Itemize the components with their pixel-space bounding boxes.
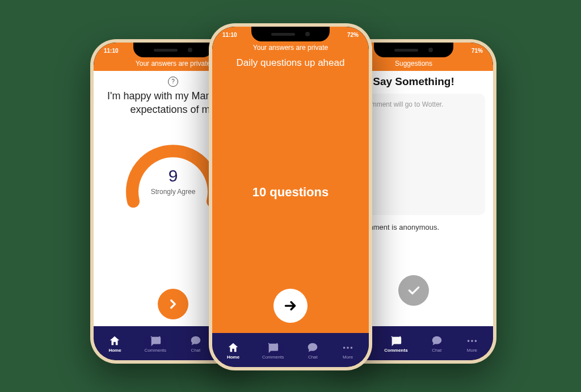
nav-chat[interactable]: Chat (431, 335, 443, 353)
home-icon (108, 335, 121, 347)
phone-center: 11:10 72% Your answers are private Daily… (209, 23, 372, 370)
arrow-right-icon (283, 298, 298, 313)
next-button[interactable] (158, 289, 188, 319)
nav-label: Comments (144, 348, 166, 353)
check-icon (406, 283, 421, 298)
nav-label: Chat (432, 348, 441, 353)
home-icon (227, 342, 239, 354)
submit-button[interactable] (398, 275, 429, 306)
nav-label: More (343, 355, 353, 360)
nav-chat[interactable]: Chat (190, 335, 202, 353)
question-count: 10 questions (212, 185, 369, 200)
more-icon (342, 342, 354, 354)
header-banner: Your answers are private (212, 43, 369, 55)
status-battery: 71% (471, 48, 483, 54)
bottom-nav: HomeCommentsChatMore (212, 333, 369, 367)
nav-home[interactable]: Home (108, 335, 121, 353)
nav-label: More (467, 348, 477, 353)
nav-label: Home (227, 355, 239, 360)
chat-icon (431, 335, 443, 347)
notch (133, 43, 213, 57)
nav-comments[interactable]: Comments (262, 342, 284, 360)
nav-more[interactable]: More (466, 335, 478, 353)
help-icon[interactable]: ? (168, 77, 178, 87)
notch (374, 43, 453, 57)
nav-comments[interactable]: Comments (384, 335, 407, 353)
chat-icon (190, 335, 202, 347)
notch (251, 27, 330, 41)
comments-icon (390, 335, 402, 347)
lead-text: Daily questions up ahead (212, 55, 369, 69)
chevron-right-icon (166, 297, 180, 311)
nav-label: Comments (384, 348, 407, 353)
comments-icon (267, 342, 279, 354)
status-time: 11:10 (222, 32, 237, 38)
comments-icon (149, 335, 162, 347)
nav-chat[interactable]: Chat (306, 342, 319, 360)
nav-home[interactable]: Home (227, 342, 239, 360)
nav-label: Chat (308, 355, 318, 360)
more-icon (466, 335, 478, 347)
status-time: 11:10 (104, 48, 119, 54)
nav-more[interactable]: More (342, 342, 354, 360)
nav-label: Chat (191, 348, 200, 353)
status-battery: 72% (347, 32, 359, 38)
nav-comments[interactable]: Comments (144, 335, 166, 353)
start-button[interactable] (273, 289, 308, 323)
nav-label: Comments (262, 355, 284, 360)
chat-icon (306, 342, 319, 354)
nav-label: Home (108, 348, 121, 353)
